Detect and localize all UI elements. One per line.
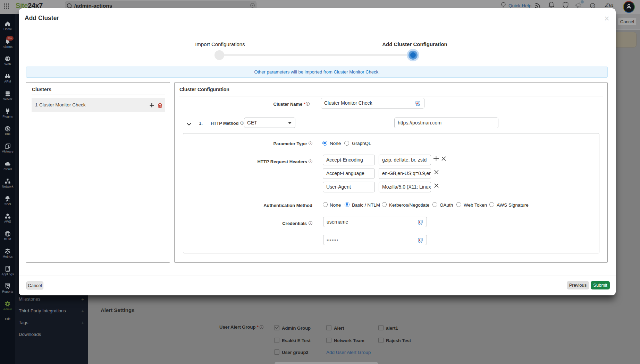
svg-text:?: ? [592, 4, 593, 8]
